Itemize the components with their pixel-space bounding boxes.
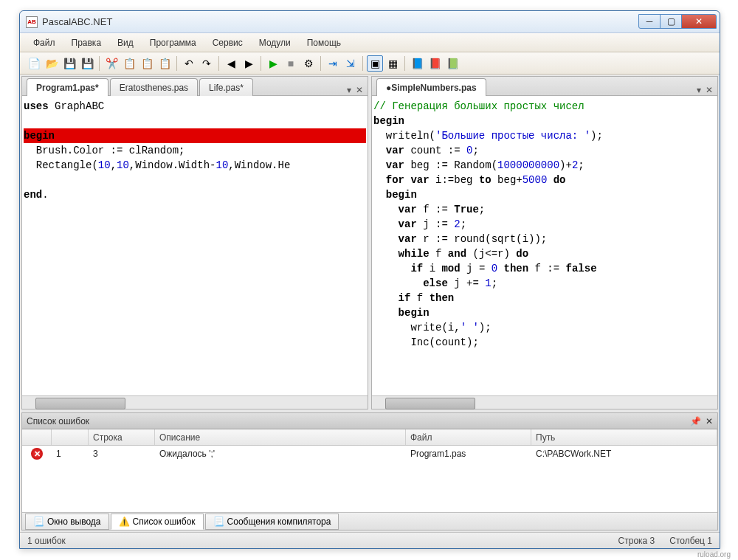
status-line: Строка 3 <box>618 536 655 546</box>
status-errors: 1 ошибок <box>27 536 66 546</box>
panel-close-icon[interactable]: ✕ <box>706 416 713 426</box>
form-icon[interactable]: ▦ <box>384 55 401 72</box>
menu-modules[interactable]: Модули <box>252 35 298 51</box>
tab-life[interactable]: Life.pas* <box>199 78 253 96</box>
menu-program[interactable]: Программа <box>142 35 204 51</box>
error-panel-header: Список ошибок 📌 ✕ <box>22 413 717 429</box>
stop-icon[interactable]: ■ <box>283 55 299 72</box>
toolbar: 📄 📂 💾 💾 ✂️ 📋 📋 📋 ↶ ↷ ◀ ▶ ▶ ■ ⚙ ⇥ ⇲ ▣ ▦ 📘… <box>20 52 720 75</box>
paste-icon[interactable]: 📋 <box>139 55 155 72</box>
tabs-close-icon[interactable]: ✕ <box>706 85 713 95</box>
window-title: PascalABC.NET <box>42 16 112 27</box>
menu-view[interactable]: Вид <box>110 35 141 51</box>
right-code-editor[interactable]: // Генерация больших простых чисел begin… <box>372 96 717 395</box>
error-panel: Список ошибок 📌 ✕ Строка Описание Файл П… <box>21 412 718 530</box>
left-hscroll[interactable] <box>22 395 368 409</box>
error-row[interactable]: ✕ 1 3 Ожидалось ';' Program1.pas C:\PABC… <box>22 446 717 462</box>
undo-icon[interactable]: ↶ <box>181 55 197 72</box>
menu-help[interactable]: Помощь <box>300 35 348 51</box>
redo-icon[interactable]: ↷ <box>199 55 215 72</box>
book2-icon[interactable]: 📕 <box>427 55 443 72</box>
menu-file[interactable]: Файл <box>26 35 63 51</box>
book1-icon[interactable]: 📘 <box>409 55 425 72</box>
error-columns: Строка Описание Файл Путь <box>22 429 717 446</box>
status-col: Столбец 1 <box>669 536 712 546</box>
terminal-icon[interactable]: ▣ <box>367 55 383 72</box>
menu-edit[interactable]: Правка <box>64 35 109 51</box>
tabs-dropdown-icon[interactable]: ▾ <box>697 85 701 95</box>
tab-eratosthenes[interactable]: Eratosthenes.pas <box>110 78 198 96</box>
right-editor-pane: ●SimpleNumbers.pas ▾ ✕ // Генерация боль… <box>371 76 718 409</box>
pin-icon[interactable]: 📌 <box>690 416 701 426</box>
close-button[interactable]: ✕ <box>681 14 717 29</box>
tab-errors[interactable]: ⚠️Список ошибок <box>111 514 204 530</box>
col-file[interactable]: Файл <box>406 429 531 445</box>
run-icon[interactable]: ▶ <box>265 55 281 72</box>
new-file-icon[interactable]: 📄 <box>26 55 42 72</box>
left-editor-pane: Program1.pas* Eratosthenes.pas Life.pas*… <box>21 76 368 409</box>
content: Program1.pas* Eratosthenes.pas Life.pas*… <box>20 75 720 532</box>
right-tabstrip: ●SimpleNumbers.pas ▾ ✕ <box>372 77 717 96</box>
tabs-dropdown-icon[interactable]: ▾ <box>347 85 351 95</box>
tab-output[interactable]: 📃Окно вывода <box>25 514 109 530</box>
left-tabstrip: Program1.pas* Eratosthenes.pas Life.pas*… <box>22 77 368 96</box>
tab-program1[interactable]: Program1.pas* <box>27 78 108 96</box>
col-desc[interactable]: Описание <box>155 429 406 445</box>
step-into-icon[interactable]: ⇥ <box>325 55 341 72</box>
error-highlight-line: begin <box>24 128 366 143</box>
minimize-button[interactable]: ─ <box>638 14 661 29</box>
left-code-editor[interactable]: uses GraphABC begin Brush.Color := clRan… <box>22 96 368 395</box>
col-row[interactable]: Строка <box>89 429 155 445</box>
watermark: ruload.org <box>697 550 731 559</box>
compiler-icon: 📃 <box>213 516 224 527</box>
output-icon: 📃 <box>33 516 44 527</box>
tabs-close-icon[interactable]: ✕ <box>356 85 363 95</box>
cut-icon[interactable]: ✂️ <box>103 55 120 72</box>
copy-icon[interactable]: 📋 <box>121 55 137 72</box>
titlebar[interactable]: AB PascalABC.NET ─ ▢ ✕ <box>20 11 720 33</box>
nav-back-icon[interactable]: ◀ <box>223 55 239 72</box>
menu-service[interactable]: Сервис <box>205 35 250 51</box>
col-path[interactable]: Путь <box>531 429 717 445</box>
nav-fwd-icon[interactable]: ▶ <box>241 55 257 72</box>
save-icon[interactable]: 💾 <box>61 55 77 72</box>
tab-simplenumbers[interactable]: ●SimpleNumbers.pas <box>376 78 486 96</box>
clipboard-icon[interactable]: 📋 <box>156 55 173 72</box>
editors-split: Program1.pas* Eratosthenes.pas Life.pas*… <box>20 75 720 411</box>
app-icon: AB <box>26 16 38 28</box>
tab-compiler[interactable]: 📃Сообщения компилятора <box>205 514 339 530</box>
errors-icon: ⚠️ <box>119 516 130 527</box>
error-panel-title: Список ошибок <box>27 416 89 426</box>
step-over-icon[interactable]: ⇲ <box>342 55 359 72</box>
maximize-button[interactable]: ▢ <box>660 14 682 29</box>
open-icon[interactable]: 📂 <box>44 55 60 72</box>
app-window: AB PascalABC.NET ─ ▢ ✕ Файл Правка Вид П… <box>19 10 720 549</box>
bottom-tabs: 📃Окно вывода ⚠️Список ошибок 📃Сообщения … <box>22 512 717 530</box>
statusbar: 1 ошибок Строка 3 Столбец 1 <box>20 532 720 548</box>
menubar: Файл Правка Вид Программа Сервис Модули … <box>20 33 720 52</box>
error-icon: ✕ <box>31 448 43 460</box>
compile-icon[interactable]: ⚙ <box>300 55 317 72</box>
book3-icon[interactable]: 📗 <box>444 55 461 72</box>
save-all-icon[interactable]: 💾 <box>79 55 95 72</box>
right-hscroll[interactable] <box>372 395 717 409</box>
